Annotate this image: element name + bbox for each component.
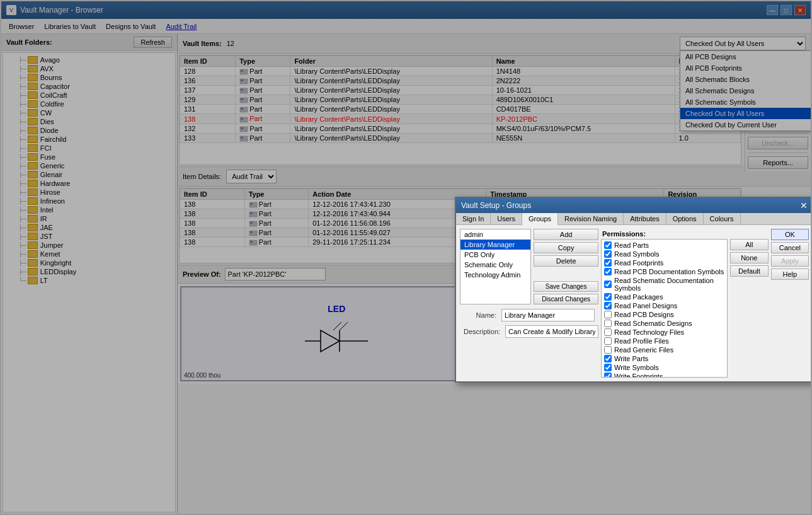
- permissions-list[interactable]: Read Parts Read Symbols Read Footprints …: [601, 239, 728, 378]
- none-permissions-button[interactable]: None: [730, 252, 769, 263]
- help-button[interactable]: Help: [771, 269, 809, 280]
- tab-colours[interactable]: Colours: [704, 213, 741, 224]
- vault-setup-dialog: Vault Setup - Groups ✕ Sign In Users Gro…: [455, 197, 812, 383]
- dialog-title-bar: Vault Setup - Groups ✕: [456, 198, 812, 213]
- delete-group-button[interactable]: Delete: [534, 255, 598, 267]
- dialog-close-button[interactable]: ✕: [800, 200, 808, 211]
- tab-users[interactable]: Users: [491, 213, 522, 224]
- tab-revision-naming[interactable]: Revision Naming: [558, 213, 624, 224]
- tab-sign-in[interactable]: Sign In: [456, 213, 491, 224]
- groups-list-item-library-manager[interactable]: Library Manager: [460, 240, 530, 250]
- permission-item[interactable]: Read Parts: [603, 241, 726, 250]
- description-input[interactable]: [505, 325, 598, 338]
- all-permissions-button[interactable]: All: [730, 239, 769, 250]
- main-window: V Vault Manager - Browser — □ ✕ Browser …: [0, 0, 812, 515]
- dialog-body: admin Library Manager PCB Only Schematic…: [456, 225, 812, 381]
- permission-item[interactable]: Read Panel Designs: [603, 301, 726, 310]
- permission-item[interactable]: Read Technology Files: [603, 328, 726, 337]
- permission-item[interactable]: Read Generic Files: [603, 345, 726, 354]
- dialog-title: Vault Setup - Groups: [461, 201, 531, 210]
- groups-list-item-schematic-only[interactable]: Schematic Only: [460, 260, 530, 270]
- default-permissions-button[interactable]: Default: [730, 265, 769, 277]
- groups-list-item-pcb-only[interactable]: PCB Only: [460, 250, 530, 260]
- dialog-tabs: Sign In Users Groups Revision Naming Att…: [456, 213, 812, 225]
- permissions-label: Permissions:: [602, 230, 646, 238]
- permission-item[interactable]: Write Symbols: [603, 363, 726, 372]
- add-group-button[interactable]: Add: [534, 229, 598, 240]
- groups-list-item-admin[interactable]: admin: [460, 229, 530, 240]
- tab-groups[interactable]: Groups: [522, 213, 558, 225]
- permission-item[interactable]: Read PCB Documentation Symbols: [603, 267, 726, 276]
- cancel-button[interactable]: Cancel: [771, 242, 809, 253]
- name-label: Name:: [464, 311, 496, 319]
- permission-item[interactable]: Read Profile Files: [603, 337, 726, 345]
- save-changes-button[interactable]: Save Changes: [534, 281, 598, 292]
- groups-list-item-tech-admin[interactable]: Technology Admin: [460, 270, 530, 280]
- tab-options[interactable]: Options: [666, 213, 704, 224]
- permission-item[interactable]: Read Symbols: [603, 250, 726, 258]
- description-label: Description:: [464, 328, 500, 335]
- discard-changes-button[interactable]: Discard Changes: [534, 294, 598, 304]
- permission-item[interactable]: Read PCB Designs: [603, 310, 726, 319]
- permission-item[interactable]: Read Schematic Designs: [603, 319, 726, 328]
- copy-group-button[interactable]: Copy: [534, 242, 598, 253]
- permission-item[interactable]: Write Parts: [603, 354, 726, 363]
- permission-item[interactable]: Read Packages: [603, 292, 726, 301]
- permission-item[interactable]: Read Footprints: [603, 258, 726, 267]
- name-input[interactable]: [501, 309, 595, 321]
- ok-button[interactable]: OK: [771, 229, 809, 240]
- apply-button[interactable]: Apply: [771, 255, 809, 267]
- tab-attributes[interactable]: Attributes: [624, 213, 666, 224]
- groups-list[interactable]: admin Library Manager PCB Only Schematic…: [460, 229, 531, 304]
- permission-item[interactable]: Read Schematic Documentation Symbols: [603, 276, 726, 292]
- permission-item[interactable]: Write Footprints: [603, 372, 726, 378]
